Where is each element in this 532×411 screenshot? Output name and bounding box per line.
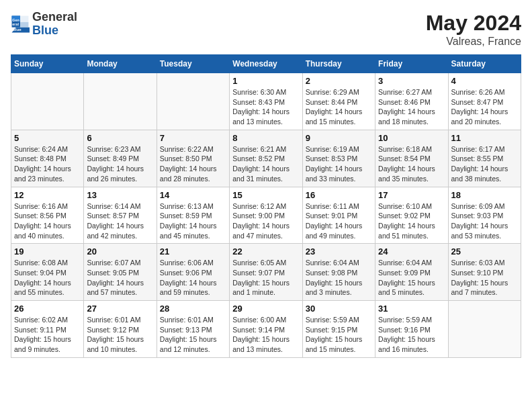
calendar-week-row: 12Sunrise: 6:16 AM Sunset: 8:56 PM Dayli… — [11, 187, 521, 244]
day-number: 4 — [451, 76, 518, 86]
calendar-week-row: 26Sunrise: 6:02 AM Sunset: 9:11 PM Dayli… — [11, 301, 521, 358]
calendar-table: SundayMondayTuesdayWednesdayThursdayFrid… — [11, 54, 521, 358]
calendar-cell: 13Sunrise: 6:14 AM Sunset: 8:57 PM Dayli… — [84, 187, 157, 244]
calendar-cell: 12Sunrise: 6:16 AM Sunset: 8:56 PM Dayli… — [11, 187, 84, 244]
day-number: 31 — [378, 304, 445, 314]
day-of-week-header: Friday — [375, 55, 448, 73]
calendar-cell: 8Sunrise: 6:21 AM Sunset: 8:52 PM Daylig… — [230, 130, 302, 187]
day-of-week-header: Tuesday — [157, 55, 229, 73]
calendar-cell: 3Sunrise: 6:27 AM Sunset: 8:46 PM Daylig… — [375, 73, 448, 130]
day-info: Sunrise: 6:21 AM Sunset: 8:52 PM Dayligh… — [232, 144, 299, 184]
day-number: 18 — [451, 190, 518, 200]
calendar-cell: 19Sunrise: 6:08 AM Sunset: 9:04 PM Dayli… — [11, 244, 84, 301]
svg-text:Gen: Gen — [12, 18, 19, 22]
calendar-cell: 20Sunrise: 6:07 AM Sunset: 9:05 PM Dayli… — [84, 244, 157, 301]
calendar-title: May 2024 — [426, 11, 521, 36]
calendar-week-row: 1Sunrise: 6:30 AM Sunset: 8:43 PM Daylig… — [11, 73, 521, 130]
calendar-cell: 27Sunrise: 6:01 AM Sunset: 9:12 PM Dayli… — [84, 301, 157, 358]
day-number: 29 — [232, 304, 299, 314]
day-number: 25 — [451, 246, 518, 257]
day-info: Sunrise: 6:12 AM Sunset: 9:00 PM Dayligh… — [232, 201, 299, 241]
day-info: Sunrise: 6:05 AM Sunset: 9:07 PM Dayligh… — [232, 258, 299, 298]
calendar-cell: 7Sunrise: 6:22 AM Sunset: 8:50 PM Daylig… — [157, 130, 229, 187]
day-number: 30 — [306, 304, 372, 314]
logo-icon: Gen eral Blue — [11, 15, 30, 34]
calendar-cell: 21Sunrise: 6:06 AM Sunset: 9:06 PM Dayli… — [157, 244, 229, 301]
day-number: 8 — [232, 133, 299, 143]
day-number: 20 — [87, 246, 153, 257]
day-info: Sunrise: 5:59 AM Sunset: 9:16 PM Dayligh… — [378, 315, 445, 355]
day-of-week-header: Sunday — [11, 55, 84, 73]
day-number: 14 — [160, 190, 226, 200]
day-number: 7 — [160, 133, 226, 143]
svg-text:eral: eral — [12, 22, 19, 26]
calendar-cell: 10Sunrise: 6:18 AM Sunset: 8:54 PM Dayli… — [375, 130, 448, 187]
calendar-cell: 11Sunrise: 6:17 AM Sunset: 8:55 PM Dayli… — [448, 130, 521, 187]
day-info: Sunrise: 6:11 AM Sunset: 9:01 PM Dayligh… — [306, 201, 372, 241]
calendar-cell: 18Sunrise: 6:09 AM Sunset: 9:03 PM Dayli… — [448, 187, 521, 244]
day-number: 11 — [451, 133, 518, 143]
day-info: Sunrise: 6:19 AM Sunset: 8:53 PM Dayligh… — [306, 144, 372, 184]
day-info: Sunrise: 5:59 AM Sunset: 9:15 PM Dayligh… — [306, 315, 372, 355]
day-info: Sunrise: 6:16 AM Sunset: 8:56 PM Dayligh… — [14, 201, 81, 241]
day-of-week-header: Monday — [84, 55, 157, 73]
day-info: Sunrise: 6:01 AM Sunset: 9:13 PM Dayligh… — [160, 315, 226, 355]
calendar-cell: 4Sunrise: 6:26 AM Sunset: 8:47 PM Daylig… — [448, 73, 521, 130]
day-number: 27 — [87, 304, 153, 314]
calendar-cell: 1Sunrise: 6:30 AM Sunset: 8:43 PM Daylig… — [230, 73, 302, 130]
day-number: 28 — [160, 304, 226, 314]
calendar-header: SundayMondayTuesdayWednesdayThursdayFrid… — [11, 55, 521, 73]
calendar-cell: 5Sunrise: 6:24 AM Sunset: 8:48 PM Daylig… — [11, 130, 84, 187]
day-of-week-header: Wednesday — [230, 55, 302, 73]
day-info: Sunrise: 6:04 AM Sunset: 9:09 PM Dayligh… — [378, 258, 445, 298]
day-of-week-header: Thursday — [302, 55, 375, 73]
day-info: Sunrise: 6:01 AM Sunset: 9:12 PM Dayligh… — [87, 315, 153, 355]
calendar-cell: 31Sunrise: 5:59 AM Sunset: 9:16 PM Dayli… — [375, 301, 448, 358]
calendar-cell: 16Sunrise: 6:11 AM Sunset: 9:01 PM Dayli… — [302, 187, 375, 244]
calendar-cell — [157, 73, 229, 130]
day-number: 3 — [378, 76, 445, 86]
day-number: 19 — [14, 246, 81, 257]
day-number: 17 — [378, 190, 445, 200]
calendar-cell: 2Sunrise: 6:29 AM Sunset: 8:44 PM Daylig… — [302, 73, 375, 130]
day-number: 21 — [160, 246, 226, 257]
day-info: Sunrise: 6:06 AM Sunset: 9:06 PM Dayligh… — [160, 258, 226, 298]
svg-marker-3 — [20, 15, 28, 21]
day-number: 23 — [306, 246, 372, 257]
logo-text: General Blue — [32, 11, 77, 38]
calendar-cell: 22Sunrise: 6:05 AM Sunset: 9:07 PM Dayli… — [230, 244, 302, 301]
day-info: Sunrise: 6:13 AM Sunset: 8:59 PM Dayligh… — [160, 201, 226, 241]
day-info: Sunrise: 6:14 AM Sunset: 8:57 PM Dayligh… — [87, 201, 153, 241]
day-number: 13 — [87, 190, 153, 200]
day-number: 22 — [232, 246, 299, 257]
day-number: 15 — [232, 190, 299, 200]
title-block: May 2024 Valreas, France — [426, 11, 521, 48]
calendar-cell: 24Sunrise: 6:04 AM Sunset: 9:09 PM Dayli… — [375, 244, 448, 301]
calendar-cell: 23Sunrise: 6:04 AM Sunset: 9:08 PM Dayli… — [302, 244, 375, 301]
calendar-cell: 30Sunrise: 5:59 AM Sunset: 9:15 PM Dayli… — [302, 301, 375, 358]
calendar-cell: 28Sunrise: 6:01 AM Sunset: 9:13 PM Dayli… — [157, 301, 229, 358]
logo: Gen eral Blue General Blue — [11, 11, 77, 38]
calendar-cell: 9Sunrise: 6:19 AM Sunset: 8:53 PM Daylig… — [302, 130, 375, 187]
day-number: 1 — [232, 76, 299, 86]
day-info: Sunrise: 6:08 AM Sunset: 9:04 PM Dayligh… — [14, 258, 81, 298]
day-number: 26 — [14, 304, 81, 314]
calendar-cell: 25Sunrise: 6:03 AM Sunset: 9:10 PM Dayli… — [448, 244, 521, 301]
day-info: Sunrise: 6:10 AM Sunset: 9:02 PM Dayligh… — [378, 201, 445, 241]
day-info: Sunrise: 6:29 AM Sunset: 8:44 PM Dayligh… — [306, 87, 372, 127]
day-info: Sunrise: 6:22 AM Sunset: 8:50 PM Dayligh… — [160, 144, 226, 184]
calendar-cell: 17Sunrise: 6:10 AM Sunset: 9:02 PM Dayli… — [375, 187, 448, 244]
day-number: 16 — [306, 190, 372, 200]
day-info: Sunrise: 6:03 AM Sunset: 9:10 PM Dayligh… — [451, 258, 518, 298]
calendar-cell: 26Sunrise: 6:02 AM Sunset: 9:11 PM Dayli… — [11, 301, 84, 358]
day-info: Sunrise: 6:07 AM Sunset: 9:05 PM Dayligh… — [87, 258, 153, 298]
day-info: Sunrise: 6:26 AM Sunset: 8:47 PM Dayligh… — [451, 87, 518, 127]
calendar-body: 1Sunrise: 6:30 AM Sunset: 8:43 PM Daylig… — [11, 73, 521, 358]
day-info: Sunrise: 6:00 AM Sunset: 9:14 PM Dayligh… — [232, 315, 299, 355]
calendar-week-row: 19Sunrise: 6:08 AM Sunset: 9:04 PM Dayli… — [11, 244, 521, 301]
day-info: Sunrise: 6:27 AM Sunset: 8:46 PM Dayligh… — [378, 87, 445, 127]
day-of-week-header: Saturday — [448, 55, 521, 73]
day-number: 9 — [306, 133, 372, 143]
calendar-cell: 29Sunrise: 6:00 AM Sunset: 9:14 PM Dayli… — [230, 301, 302, 358]
day-info: Sunrise: 6:24 AM Sunset: 8:48 PM Dayligh… — [14, 144, 81, 184]
